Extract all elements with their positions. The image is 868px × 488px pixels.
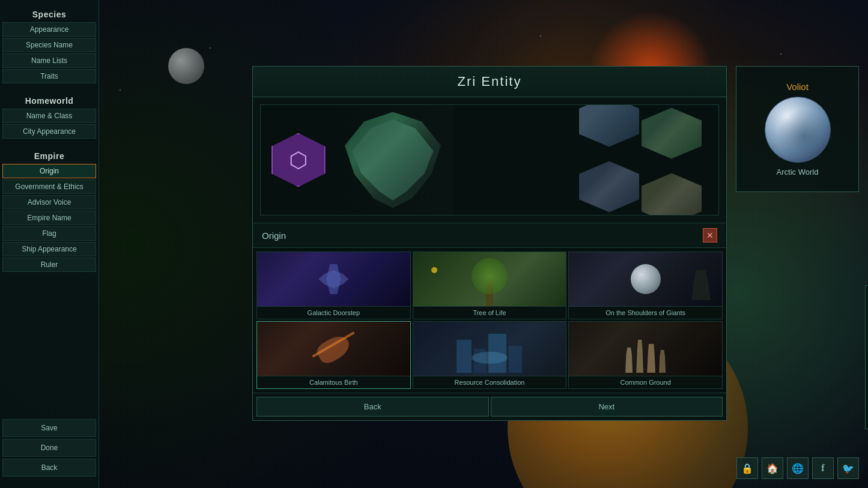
- sidebar-item-ruler[interactable]: Ruler: [2, 258, 96, 272]
- sidebar-item-flag[interactable]: Flag: [2, 226, 96, 241]
- species-preview: ⬡: [253, 97, 726, 223]
- origin-card-img-common: [569, 322, 722, 376]
- sidebar-back-button[interactable]: Back: [2, 459, 96, 477]
- homeworld-section-title: Homeworld: [0, 91, 99, 108]
- home-icon[interactable]: 🏠: [762, 457, 783, 479]
- origin-card-img-shoulders: [569, 252, 722, 306]
- origin-grid: Galactic Doorstep Tree of Life: [253, 248, 726, 393]
- homeworld-type: Arctic World: [777, 167, 819, 176]
- creature-area: [333, 105, 453, 215]
- species-section-title: Species: [0, 5, 99, 22]
- sidebar-item-government-ethics[interactable]: Government & Ethics: [2, 179, 96, 194]
- hex-frame-1: [579, 104, 639, 147]
- origin-card-label-resource: Resource Consolidation: [413, 376, 566, 388]
- origin-card-label-calamitous: Calamitous Birth: [257, 376, 410, 388]
- empire-section-title: Empire: [0, 146, 99, 163]
- origin-card-label-common: Common Ground: [569, 376, 722, 388]
- hex-frame-2: [642, 108, 702, 159]
- homeworld-planet: [765, 97, 831, 163]
- origin-card-label-shoulders: On the Shoulders of Giants: [569, 306, 722, 319]
- homeworld-card: Voliot Arctic World: [736, 66, 859, 192]
- creature-silhouette: [345, 112, 441, 208]
- sidebar-item-name-lists[interactable]: Name Lists: [2, 53, 96, 68]
- bottom-icons: 🔒 🏠 🌐 f 🐦: [736, 457, 859, 479]
- origin-card-calamitous-birth[interactable]: Calamitous Birth: [256, 321, 411, 389]
- panel-title: Zri Entity: [265, 74, 714, 89]
- hex-frame-3: [579, 161, 639, 212]
- origin-card-img-tree: [413, 252, 566, 306]
- hex-frame-4: [642, 173, 702, 216]
- origin-card-shoulders[interactable]: On the Shoulders of Giants: [568, 252, 723, 319]
- origin-card-label-tree: Tree of Life: [413, 306, 566, 319]
- detail-panel: ◆ Calamitous Birth Not native to their '…: [865, 285, 868, 429]
- origin-card-resource[interactable]: Resource Consolidation: [413, 321, 567, 389]
- facebook-icon[interactable]: f: [812, 457, 834, 479]
- hex-shape: ⬡: [272, 133, 326, 187]
- bottom-buttons: Back Next: [253, 393, 726, 420]
- sidebar-item-advisor-voice[interactable]: Advisor Voice: [2, 195, 96, 209]
- sidebar-item-name-class[interactable]: Name & Class: [2, 109, 96, 123]
- homeworld-name: Voliot: [786, 82, 809, 92]
- origin-card-common-ground[interactable]: Common Ground: [568, 321, 723, 389]
- hex-inner: ⬡: [289, 148, 308, 173]
- hex-frames: [562, 105, 718, 215]
- sidebar-item-origin[interactable]: Origin: [2, 164, 96, 178]
- sidebar-item-species-name[interactable]: Species Name: [2, 38, 96, 52]
- origin-hex: ⬡: [270, 131, 327, 188]
- back-button[interactable]: Back: [256, 397, 489, 417]
- origin-section: Origin ✕ Galactic Doorstep: [253, 223, 726, 420]
- creature-detail: [348, 115, 438, 205]
- origin-card-img-calamitous: [257, 322, 410, 376]
- sidebar-item-empire-name[interactable]: Empire Name: [2, 211, 96, 225]
- next-button[interactable]: Next: [491, 397, 723, 417]
- sidebar-item-traits[interactable]: Traits: [2, 69, 96, 83]
- hex-frame-group: [579, 104, 702, 215]
- main-dialog: Zri Entity ⬡: [252, 66, 727, 421]
- origin-card-img-resource: [413, 322, 566, 376]
- origin-card-tree-of-life[interactable]: Tree of Life: [413, 252, 567, 319]
- lock-icon[interactable]: 🔒: [736, 457, 758, 479]
- twitter-icon[interactable]: 🐦: [837, 457, 859, 479]
- origin-section-title: Origin: [262, 230, 286, 241]
- globe-icon[interactable]: 🌐: [787, 457, 809, 479]
- species-image-area: ⬡: [260, 104, 719, 215]
- sidebar-item-ship-appearance[interactable]: Ship Appearance: [2, 242, 96, 256]
- origin-card-galactic-doorstep[interactable]: Galactic Doorstep: [256, 252, 411, 319]
- origin-header: Origin ✕: [253, 223, 726, 248]
- sidebar-item-appearance[interactable]: Appearance: [2, 22, 96, 37]
- close-button[interactable]: ✕: [703, 228, 717, 242]
- dialog-container: Zri Entity ⬡: [252, 66, 859, 421]
- sidebar-item-city-appearance[interactable]: City Appearance: [2, 124, 96, 139]
- panel-header: Zri Entity: [253, 67, 726, 97]
- sidebar: Species Appearance Species Name Name Lis…: [0, 0, 99, 488]
- sidebar-save-button[interactable]: Save: [2, 419, 96, 437]
- moon-small-decoration: [168, 48, 204, 84]
- origin-card-label-galactic: Galactic Doorstep: [257, 306, 410, 319]
- sidebar-done-button[interactable]: Done: [2, 439, 96, 457]
- origin-card-img-galactic: [257, 252, 410, 306]
